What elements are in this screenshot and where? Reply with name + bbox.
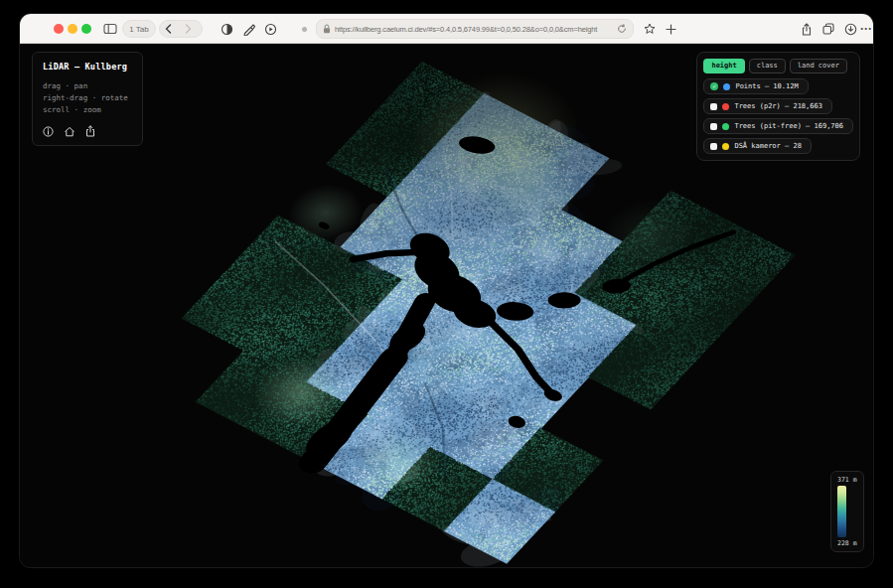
reload-button[interactable] (617, 22, 627, 36)
layer-color-dot (723, 83, 730, 90)
layer-toggle-off-icon[interactable] (710, 123, 717, 130)
browser-toolbar: 1 Tab (20, 14, 873, 44)
share-up-icon (85, 125, 95, 137)
layer-label: Trees (pit-free) — 169,706 (734, 122, 843, 130)
elevation-scale-panel: 371 m 228 m (830, 471, 864, 552)
layer-row-points[interactable]: Points — 10.12M (703, 78, 808, 94)
layer-row-trees-p2r[interactable]: Trees (p2r) — 218,663 (703, 98, 832, 114)
page-title: LiDAR — Kullberg (43, 62, 132, 72)
layer-label: Points — 10.12M (735, 82, 798, 90)
layer-toggle-off-icon[interactable] (710, 103, 717, 110)
sidebar-toggle-button[interactable] (103, 22, 117, 36)
extension-pen-button[interactable] (242, 22, 255, 36)
share-button[interactable] (801, 22, 813, 36)
copy-squares-icon (822, 23, 834, 35)
circle-play-icon (264, 23, 277, 36)
layer-row-dsa-kameror[interactable]: DSÅ kameror — 28 (703, 138, 811, 154)
share-icon (801, 23, 813, 36)
layer-color-dot (722, 103, 729, 110)
bookmark-button[interactable] (644, 22, 656, 36)
layer-label: Trees (p2r) — 218,663 (734, 102, 822, 110)
layers-panel: height class land cover Points — 10.12M … (696, 52, 860, 161)
home-icon (64, 125, 75, 137)
plus-icon (666, 24, 676, 35)
elevation-gradient (837, 486, 846, 537)
hint-scroll: scroll · zoom (43, 104, 132, 116)
lock-icon (323, 24, 331, 34)
tab-overview-button[interactable] (822, 22, 834, 36)
hint-right-drag: right-drag · rotate (43, 92, 132, 104)
url-text: https://kullberg.caelum.ci.dev/#s=0.4,0.… (335, 25, 617, 34)
extension-player-button[interactable] (264, 22, 277, 36)
url-field[interactable]: https://kullberg.caelum.ci.dev/#s=0.4,0.… (316, 19, 634, 39)
info-button[interactable] (43, 125, 54, 137)
layer-color-dot (722, 143, 729, 150)
chevron-right-icon (185, 24, 192, 34)
reader-contrast-button[interactable] (221, 22, 233, 36)
layer-color-dot (722, 123, 729, 130)
export-button[interactable] (85, 125, 95, 137)
contrast-icon (221, 23, 233, 36)
downloads-button[interactable] (844, 22, 857, 36)
reload-icon (617, 24, 627, 34)
tab-count-pill[interactable]: 1 Tab (122, 20, 156, 38)
layer-toggle-off-icon[interactable] (710, 143, 717, 150)
back-button[interactable] (165, 22, 172, 36)
colormap-tabs: height class land cover (703, 59, 853, 74)
tab-land-cover[interactable]: land cover (790, 59, 847, 74)
hint-drag: drag · pan (43, 80, 132, 92)
info-icon (43, 125, 54, 137)
scale-max-label: 371 m (837, 476, 857, 484)
layer-row-trees-pitfree[interactable]: Trees (pit-free) — 169,706 (703, 118, 853, 134)
layer-toggle-on-icon[interactable] (710, 82, 718, 90)
chevron-left-icon (165, 24, 172, 34)
scale-min-label: 228 m (837, 539, 857, 547)
layer-label: DSÅ kameror — 28 (734, 142, 801, 150)
pen-icon (242, 23, 255, 36)
extension-dot-icon (302, 27, 307, 32)
info-panel: LiDAR — Kullberg drag · pan right-drag ·… (32, 52, 143, 146)
tab-class[interactable]: class (749, 59, 786, 74)
sidebar-icon (103, 23, 117, 35)
close-window-button[interactable] (54, 24, 64, 34)
home-button[interactable] (64, 125, 75, 137)
star-icon (644, 23, 656, 35)
more-menu-button[interactable]: ··· (860, 22, 872, 36)
browser-window: 1 Tab (20, 14, 873, 567)
forward-button[interactable] (185, 22, 192, 36)
zoom-window-button[interactable] (81, 24, 91, 34)
minimize-window-button[interactable] (68, 24, 77, 34)
lidar-viewer-page: LiDAR — Kullberg drag · pan right-drag ·… (20, 44, 873, 567)
new-tab-button[interactable] (666, 22, 676, 36)
tab-height[interactable]: height (703, 59, 744, 74)
download-icon (844, 23, 857, 36)
